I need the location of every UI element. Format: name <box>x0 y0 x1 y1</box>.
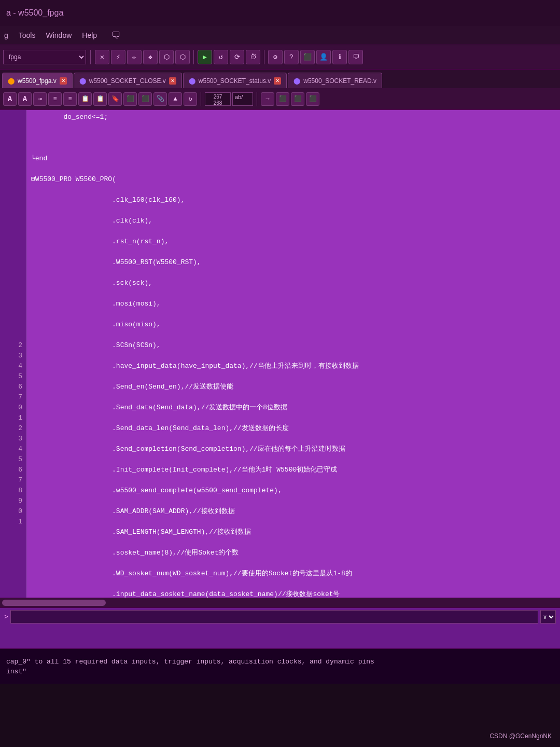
code-line-10: .mosi(mosi), <box>31 299 556 309</box>
code-line-19: .w5500_send_complete(w5500_send_complete… <box>31 486 556 496</box>
restart-btn[interactable]: ⟳ <box>230 50 244 64</box>
ln <box>0 185 22 195</box>
refresh-btn[interactable]: ↻ <box>184 92 197 106</box>
menu-item-tools[interactable]: Tools <box>19 31 36 39</box>
align-btn[interactable]: ≡ <box>48 92 62 106</box>
ln: 1 <box>0 413 22 423</box>
ln: 8 <box>0 486 22 496</box>
code-line-2 <box>31 133 556 143</box>
tab-socket-close[interactable]: ⬤ w5500_SOCKET_CLOSE.v ✕ <box>74 73 182 88</box>
clock-btn[interactable]: ⏱ <box>246 50 260 64</box>
code-line-3: └end <box>31 154 556 164</box>
title-bar: a - w5500_fpga <box>0 0 560 26</box>
menu-item-window[interactable]: Window <box>46 31 72 39</box>
tab-close-3[interactable]: ✕ <box>274 77 281 85</box>
run-btn[interactable]: ▶ <box>198 50 212 64</box>
bookmark-btn[interactable]: ⬛ <box>123 92 137 106</box>
feedback-icon[interactable]: 🗨 <box>111 30 121 41</box>
tool3-btn[interactable]: ▲ <box>169 92 182 106</box>
code-line-8: .W5500_RST(W5500_RST), <box>31 257 556 268</box>
tabs-bar: ⬤ w5500_fpga.v ✕ ⬤ w5500_SOCKET_CLOSE.v … <box>0 70 560 88</box>
tab-label-3: w5500_SOCKET_status.v <box>199 77 271 85</box>
code-line-24: .input_data_sosket_name(data_sosket_name… <box>31 589 556 598</box>
tab-icon-2: ⬤ <box>79 77 86 85</box>
code-line-12: .SCSn(SCSn), <box>31 340 556 351</box>
tab-socket-status[interactable]: ⬤ w5500_SOCKET_status.v ✕ <box>183 73 287 88</box>
save-btn[interactable]: ✏ <box>127 50 142 64</box>
ln: 3 <box>0 434 22 444</box>
status-bar: cap_0" to all 15 required data inputs, t… <box>0 648 560 684</box>
ln <box>0 216 22 226</box>
code-line-5: .clk_l60(clk_l60), <box>31 195 556 205</box>
console-dropdown[interactable]: ∨ <box>540 610 556 624</box>
nav-right-btn[interactable]: → <box>261 92 274 106</box>
compile-btn[interactable]: ⬡ <box>159 50 174 64</box>
nav-btn2[interactable]: ⬛ <box>291 92 304 106</box>
open-btn[interactable]: ⚡ <box>111 50 125 64</box>
ln <box>0 164 22 174</box>
save-all-btn[interactable]: ❖ <box>143 50 158 64</box>
copy2-btn[interactable]: 📋 <box>93 92 107 106</box>
info-btn[interactable]: ℹ <box>332 50 347 64</box>
ln: 4 <box>0 444 22 454</box>
sep-tb2b <box>257 92 257 106</box>
status-line-2: inst" <box>0 667 560 676</box>
line-counter: 267 268 <box>205 92 231 106</box>
new-file-btn[interactable]: ✕ <box>95 50 109 64</box>
menu-item-help[interactable]: Help <box>82 31 97 39</box>
nav-btn3[interactable]: ⬛ <box>306 92 319 106</box>
ln <box>0 278 22 288</box>
ln <box>0 122 22 133</box>
console-prompt: > <box>4 613 8 621</box>
help-btn[interactable]: ? <box>284 50 299 64</box>
ln <box>0 195 22 205</box>
attach-btn[interactable]: 📎 <box>153 92 167 106</box>
tab-close-2[interactable]: ✕ <box>169 77 176 85</box>
ln <box>0 257 22 268</box>
tab-socket-read[interactable]: ⬤ w5500_SOCKET_READ.v <box>288 73 382 88</box>
ln: 7 <box>0 392 22 403</box>
project-dropdown[interactable]: fpga <box>3 50 86 64</box>
tab-close-1[interactable]: ✕ <box>60 77 67 85</box>
format-btn-b[interactable]: A <box>18 92 32 106</box>
ln <box>0 288 22 299</box>
code-line-20: .SAM_ADDR(SAM_ADDR),//接收到数据 <box>31 506 556 517</box>
ln: 5 <box>0 454 22 465</box>
hscroll-thumb[interactable] <box>2 600 106 606</box>
marker-btn[interactable]: ⬛ <box>138 92 152 106</box>
simulate-btn[interactable]: ⬡ <box>175 50 190 64</box>
copy-btn[interactable]: 📋 <box>78 92 92 106</box>
editor-area: 2 3 4 5 6 7 0 1 2 3 4 5 6 7 8 9 0 1 do_s… <box>0 110 560 598</box>
code-line-16: .Send_data_len(Send_data_len),//发送数据的长度 <box>31 423 556 434</box>
search-box[interactable]: ab/ <box>232 92 253 106</box>
sep-2 <box>193 50 194 64</box>
code-line-21: .SAM_LENGTH(SAM_LENGTH),//接收到数据 <box>31 527 556 537</box>
ref-btn[interactable]: 🔖 <box>108 92 122 106</box>
toolbar-actions: ✕ ⚡ ✏ ❖ ⬡ ⬡ ▶ ↺ ⟳ ⏱ ⚙ ? ⬛ 👤 ℹ 🗨 <box>95 50 363 64</box>
tab-w5500-fpga[interactable]: ⬤ w5500_fpga.v ✕ <box>2 73 73 88</box>
ln: 5 <box>0 371 22 382</box>
stop-btn[interactable]: ↺ <box>214 50 228 64</box>
indent-btn[interactable]: ⇥ <box>33 92 47 106</box>
chat-btn[interactable]: 🗨 <box>348 50 363 64</box>
user-btn[interactable]: 👤 <box>316 50 331 64</box>
code-line-13: .have_input_data(have_input_data),//当他上升… <box>31 361 556 371</box>
main-toolbar: fpga ✕ ⚡ ✏ ❖ ⬡ ⬡ ▶ ↺ ⟳ ⏱ ⚙ ? ⬛ 👤 ℹ 🗨 <box>0 45 560 70</box>
editor-toolbar: A A ⇥ ≡ ≡ 📋 📋 🔖 ⬛ ⬛ 📎 ▲ ↻ 267 268 ab/ → … <box>0 88 560 110</box>
console-panel: > ∨ <box>0 607 560 648</box>
code-editor[interactable]: do_send<=1; └end ⊟W5500_PRO W5500_PRO( .… <box>27 110 560 598</box>
console-input[interactable] <box>10 610 538 624</box>
menu-item-g[interactable]: g <box>4 31 8 39</box>
format-btn-a[interactable]: A <box>3 92 17 106</box>
horizontal-scrollbar[interactable] <box>0 598 560 607</box>
ln <box>0 320 22 330</box>
settings-btn[interactable]: ⚙ <box>268 50 283 64</box>
ln <box>0 133 22 143</box>
ln <box>0 330 22 340</box>
nav-btn1[interactable]: ⬛ <box>276 92 289 106</box>
ln: 1 <box>0 517 22 527</box>
ln <box>0 299 22 309</box>
ln <box>0 309 22 320</box>
align-btn2[interactable]: ≡ <box>63 92 77 106</box>
extra-btn[interactable]: ⬛ <box>300 50 315 64</box>
